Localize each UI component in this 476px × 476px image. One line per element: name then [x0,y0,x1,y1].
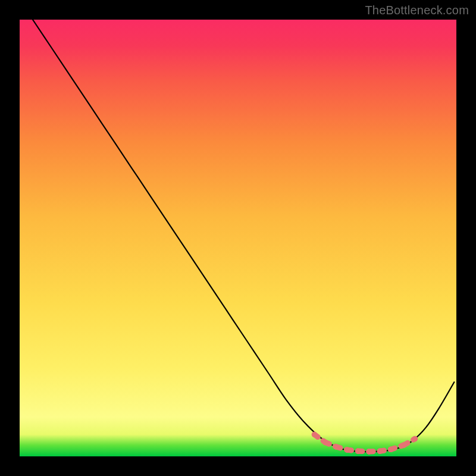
bottleneck-curve [33,20,454,452]
highlight-markers [312,432,418,455]
chart-frame: TheBottleneck.com [0,0,476,476]
watermark-text: TheBottleneck.com [365,4,469,17]
chart-svg [20,20,456,456]
highlight-dot [412,436,418,442]
curve-group [33,20,454,452]
plot-area [20,20,456,456]
